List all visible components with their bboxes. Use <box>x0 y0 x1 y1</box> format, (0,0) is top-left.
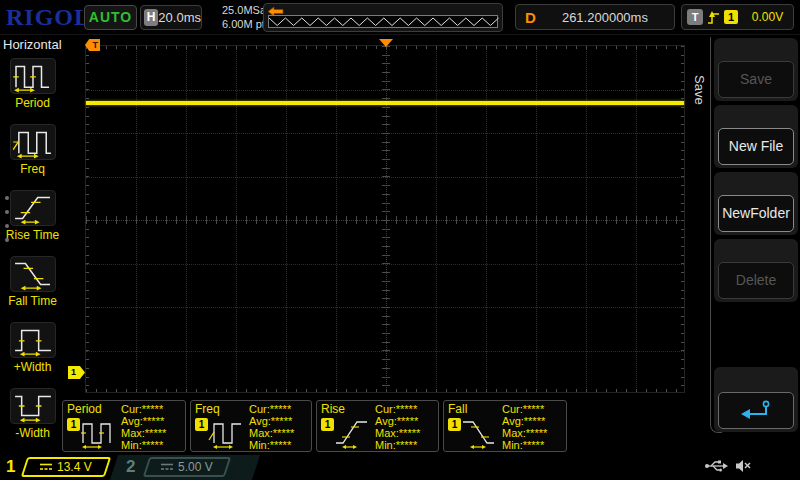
measure-item-label: Period <box>0 96 65 110</box>
stat-max: Max:***** <box>502 427 547 439</box>
measurement-stats: Cur:***** Avg:***** Max:***** Min:***** <box>502 403 547 451</box>
measure-item-rise-time[interactable]: Rise Time <box>0 190 65 242</box>
page-indicator-dot <box>5 224 9 228</box>
memory-waveform-zigzag <box>269 18 499 26</box>
fall-time-icon <box>10 256 56 292</box>
memory-waveform-window <box>268 15 498 28</box>
timebase-value: 20.0ms <box>158 10 201 25</box>
period-meas-icon <box>80 416 118 450</box>
stat-cur: Cur:***** <box>502 403 547 415</box>
measure-item-label: Fall Time <box>0 294 65 308</box>
measurement-stats: Cur:***** Avg:***** Max:***** Min:***** <box>121 403 166 451</box>
stat-min: Min:***** <box>375 439 420 451</box>
memory-waveform-preview[interactable] <box>263 3 503 32</box>
stat-avg: Avg:***** <box>502 415 547 427</box>
new-file-button[interactable]: New File <box>718 128 794 165</box>
oscilloscope-screen: RIGOL AUTO H 20.0ms 25.0MSa/s 6.00M pts … <box>0 0 800 480</box>
channel2-status-box[interactable]: 5.00 V <box>143 457 231 477</box>
measurement-name: Rise <box>321 402 345 416</box>
measure-item-freq[interactable]: Freq <box>0 124 65 176</box>
measurement-source-badge: 1 <box>448 418 461 431</box>
dc-coupling-icon <box>40 463 52 471</box>
measurement-panel-rise: Rise 1 Cur:***** Avg:***** Max:***** Min… <box>316 400 439 452</box>
waveform-display-area[interactable]: T <box>85 45 685 393</box>
fall-meas-icon <box>461 416 499 450</box>
channel1-trace <box>86 101 684 105</box>
measurement-stats: Cur:***** Avg:***** Max:***** Min:***** <box>249 403 294 451</box>
stat-cur: Cur:***** <box>249 403 294 415</box>
delay-value: 261.200000ms <box>536 10 674 25</box>
stat-max: Max:***** <box>249 427 294 439</box>
freq-icon <box>10 124 56 160</box>
delete-button[interactable]: Delete <box>718 262 794 299</box>
return-arrow-icon <box>739 400 773 422</box>
rise-time-icon <box>10 190 56 226</box>
rigol-logo: RIGOL <box>6 4 91 31</box>
measurement-name: Fall <box>448 402 467 416</box>
measurement-source-badge: 1 <box>67 418 80 431</box>
right-menu-sidebar: Save Save New File NewFolder Delete <box>690 35 800 455</box>
menu-tab-title: Save <box>692 75 707 105</box>
stat-avg: Avg:***** <box>121 415 166 427</box>
measurement-source-badge: 1 <box>321 418 334 431</box>
stat-max: Max:***** <box>121 427 166 439</box>
measure-item-minus-width[interactable]: -Width <box>0 388 65 440</box>
left-measure-sidebar: Horizontal Period Freq <box>0 35 65 455</box>
channel-status-bar: 1 13.4 V 2 5.0 <box>0 455 800 480</box>
measurement-name: Period <box>67 402 102 416</box>
measurement-panel-period: Period 1 Cur:***** Avg:***** Max:***** M… <box>62 400 186 452</box>
measurement-name: Freq <box>195 402 220 416</box>
trigger-box[interactable]: T 1 0.00V <box>681 4 794 30</box>
stat-avg: Avg:***** <box>249 415 294 427</box>
grid-ticks-center-horizontal <box>86 216 684 224</box>
trigger-source-badge: 1 <box>724 10 738 24</box>
period-icon <box>10 58 56 94</box>
left-menu-title: Horizontal <box>3 37 62 52</box>
h-badge: H <box>144 9 158 26</box>
page-indicator-dot <box>5 238 9 242</box>
channel1-number[interactable]: 1 <box>6 457 15 477</box>
d-badge: D <box>525 9 536 26</box>
save-button[interactable]: Save <box>718 61 794 98</box>
system-status-icons <box>704 459 752 473</box>
dc-coupling-icon <box>161 463 173 471</box>
trigger-level-value: 0.00V <box>742 10 793 24</box>
page-indicator-dot <box>5 196 9 200</box>
minus-width-icon <box>10 388 56 424</box>
freq-meas-icon <box>208 416 246 450</box>
down-triangle-icon[interactable] <box>379 39 393 47</box>
channel1-level-marker[interactable]: 1 <box>68 366 85 379</box>
measure-item-plus-width[interactable]: +Width <box>0 322 65 374</box>
measurement-source-badge: 1 <box>195 418 208 431</box>
stat-avg: Avg:***** <box>375 415 420 427</box>
channel2-scale-value: 5.00 V <box>178 460 213 474</box>
rise-meas-icon <box>334 416 372 450</box>
stat-cur: Cur:***** <box>121 403 166 415</box>
horizontal-timebase-box[interactable]: H 20.0ms <box>140 5 202 30</box>
measurement-panel-freq: Freq 1 Cur:***** Avg:***** Max:***** Min… <box>190 400 312 452</box>
stat-min: Min:***** <box>249 439 294 451</box>
measure-item-label: +Width <box>0 360 65 374</box>
stat-cur: Cur:***** <box>375 403 420 415</box>
measure-item-label: Rise Time <box>0 228 65 242</box>
top-status-bar: RIGOL AUTO H 20.0ms 25.0MSa/s 6.00M pts … <box>0 0 800 35</box>
plus-width-icon <box>10 322 56 358</box>
channel2-number[interactable]: 2 <box>126 457 135 477</box>
channel1-status-inner: 13.4 V <box>40 460 92 474</box>
usb-icon[interactable] <box>704 459 728 473</box>
return-button[interactable] <box>718 392 794 429</box>
measure-item-label: -Width <box>0 426 65 440</box>
t-badge: T <box>687 9 703 25</box>
speaker-muted-icon[interactable] <box>735 459 752 473</box>
measurement-panel-fall: Fall 1 Cur:***** Avg:***** Max:***** Min… <box>443 400 567 452</box>
delay-box[interactable]: D 261.200000ms <box>515 4 675 30</box>
channel1-status-box[interactable]: 13.4 V <box>21 457 111 477</box>
measurement-stats: Cur:***** Avg:***** Max:***** Min:***** <box>375 403 420 451</box>
measure-item-fall-time[interactable]: Fall Time <box>0 256 65 308</box>
run-state-auto[interactable]: AUTO <box>84 5 137 30</box>
new-folder-button[interactable]: NewFolder <box>718 195 794 232</box>
measure-item-period[interactable]: Period <box>0 58 65 110</box>
page-indicator-dot <box>5 210 9 214</box>
rising-edge-icon <box>707 9 720 26</box>
stat-max: Max:***** <box>375 427 420 439</box>
